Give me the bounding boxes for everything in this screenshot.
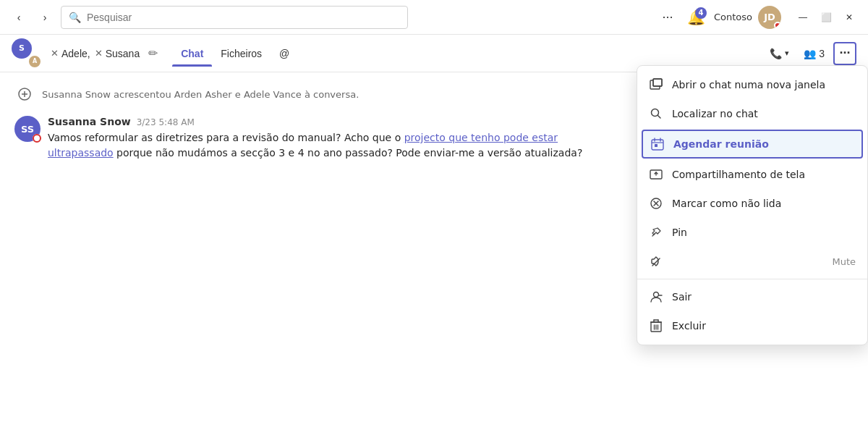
message-avatar-status — [33, 134, 41, 143]
mute-icon — [649, 254, 663, 269]
phone-icon: 📞 — [770, 48, 782, 59]
chat-avatar-primary: S — [12, 38, 32, 59]
search-input[interactable] — [87, 12, 400, 23]
window-controls: — ⬜ ✕ — [793, 7, 859, 28]
dropdown-menu: Abrir o chat numa nova janela Localizar … — [637, 65, 868, 345]
leave-icon — [649, 290, 663, 304]
menu-item-leave[interactable]: Sair — [637, 282, 867, 311]
message-timestamp: 3/23 5:48 AM — [137, 117, 195, 127]
title-bar-right: ··· 🔔 4 Contoso JD — ⬜ ✕ — [656, 6, 859, 29]
message-link-1[interactable]: projecto que tenho pode estar — [404, 132, 558, 143]
participant-chip-susana[interactable]: ✕ Susana — [95, 48, 140, 59]
edit-participants-button[interactable]: ✏ — [145, 43, 161, 63]
menu-item-mark-unread-label: Marcar como não lida — [672, 198, 856, 209]
menu-item-screen-share[interactable]: Compartilhamento de tela — [637, 160, 867, 189]
delete-icon — [649, 319, 663, 333]
user-avatar[interactable]: JD — [758, 6, 781, 29]
menu-item-schedule-label: Agendar reunião — [673, 138, 854, 150]
menu-item-leave-label: Sair — [672, 291, 856, 303]
find-icon — [649, 106, 663, 121]
close-button[interactable]: ✕ — [839, 7, 859, 28]
menu-divider — [637, 279, 867, 279]
menu-item-screen-share-label: Compartilhamento de tela — [672, 169, 856, 180]
pin-icon — [649, 225, 663, 240]
participant-chip-x-1: ✕ — [51, 48, 59, 59]
menu-item-pin-label: Pin — [672, 227, 856, 238]
forward-button[interactable]: › — [35, 7, 55, 28]
chat-participants: ✕ Adele, ✕ Susana — [51, 48, 140, 59]
menu-item-find-in-chat[interactable]: Localizar no chat — [637, 99, 867, 128]
mark-unread-icon — [649, 196, 663, 211]
screen-share-icon — [649, 167, 663, 182]
maximize-button[interactable]: ⬜ — [816, 7, 836, 28]
call-button[interactable]: 📞 ▾ — [764, 42, 795, 65]
chat-header-right: 📞 ▾ 👥 3 ··· — [764, 42, 856, 65]
schedule-icon — [650, 137, 665, 151]
menu-item-delete[interactable]: Excluir — [637, 311, 867, 340]
participant-chip-adele[interactable]: ✕ Adele, — [51, 48, 90, 59]
svg-point-20 — [654, 292, 659, 298]
svg-line-7 — [658, 116, 661, 119]
participant-chip-x-2: ✕ — [95, 48, 103, 59]
menu-item-open-new-window[interactable]: Abrir o chat numa nova janela — [637, 70, 867, 99]
menu-item-find-label: Localizar no chat — [672, 108, 856, 119]
search-icon: 🔍 — [69, 12, 81, 23]
system-icon — [14, 84, 35, 104]
tenant-name: Contoso — [714, 12, 752, 22]
system-message-text: Susanna Snow acrescentou Arden Asher e A… — [42, 89, 359, 100]
notification-button[interactable]: 🔔 4 — [685, 6, 708, 29]
menu-item-delete-label: Excluir — [672, 320, 856, 332]
svg-rect-4 — [653, 79, 662, 86]
title-bar: ‹ › 🔍 ··· 🔔 4 Contoso JD — ⬜ ✕ — [0, 0, 868, 35]
chat-more-options-button[interactable]: ··· — [833, 42, 856, 65]
notification-badge: 4 — [695, 7, 707, 19]
message-avatar-initials: SS — [21, 124, 34, 135]
participant-adele-label: Adele, — [61, 48, 90, 59]
message-avatar: SS — [14, 116, 41, 142]
people-icon: 👥 — [804, 48, 816, 59]
svg-rect-12 — [655, 144, 658, 147]
call-dropdown-arrow: ▾ — [785, 49, 789, 58]
menu-item-mute[interactable]: Mute — [637, 247, 867, 276]
chat-tabs: Chat Ficheiros @ — [172, 42, 298, 65]
menu-item-mark-unread[interactable]: Marcar como não lida — [637, 189, 867, 218]
open-new-window-icon — [649, 77, 663, 92]
chat-avatar-group: S A — [12, 38, 42, 69]
participants-button[interactable]: 👥 3 — [798, 42, 830, 65]
menu-item-pin[interactable]: Pin — [637, 218, 867, 247]
back-button[interactable]: ‹ — [9, 7, 29, 28]
menu-item-mute-right: Mute — [832, 256, 856, 267]
online-status-dot — [774, 22, 781, 29]
message-link-2[interactable]: ultrapassado — [48, 147, 114, 159]
minimize-button[interactable]: — — [793, 7, 813, 28]
title-more-button[interactable]: ··· — [656, 6, 679, 29]
tab-at[interactable]: @ — [271, 42, 298, 65]
menu-item-schedule-meeting[interactable]: Agendar reunião — [642, 130, 863, 159]
menu-item-open-new-window-label: Abrir o chat numa nova janela — [672, 79, 856, 90]
message-author: Susanna Snow — [48, 116, 131, 127]
chat-avatar-secondary: A — [27, 54, 42, 69]
participant-susana-label: Susana — [106, 48, 140, 59]
search-bar: 🔍 — [61, 6, 408, 29]
participants-count-label: 3 — [819, 48, 825, 59]
tab-chat[interactable]: Chat — [172, 42, 212, 65]
tab-files[interactable]: Ficheiros — [212, 42, 271, 65]
